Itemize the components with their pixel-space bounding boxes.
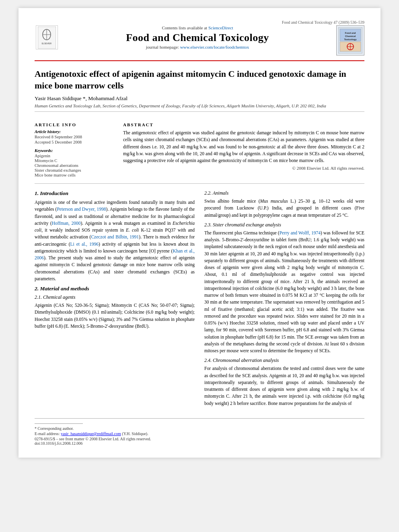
chromosomal-title: 2.4. Chromosomal aberration analysis: [204, 357, 364, 364]
ref-perry[interactable]: Perry and Wolff, 1974: [280, 230, 321, 235]
page: Food and Chemical Toxicology 47 (2009) 5…: [19, 8, 380, 458]
animals-title: 2.2. Animals: [204, 190, 364, 196]
ref-peterson[interactable]: Peterson and Dwyer, 1998: [57, 207, 106, 212]
ref-hoffman[interactable]: Hoffman, 2000: [52, 221, 81, 226]
info-abstract-section: ARTICLE INFO Article history: Received 8…: [35, 122, 364, 178]
accepted-date: Accepted 5 December 2008: [35, 140, 115, 144]
svg-text:Toxicology: Toxicology: [344, 38, 357, 41]
corresponding-note: * Corresponding author.: [35, 426, 364, 431]
svg-text:Chemical: Chemical: [345, 35, 356, 37]
col-right: 2.2. Animals Swiss albino female mice (M…: [204, 190, 364, 410]
journal-title: Food and Chemical Toxicology: [59, 32, 336, 44]
abstract-text: The antigenotoxic effect of apigenin was…: [123, 129, 364, 164]
keyword-4: Sister chromatid exchanges: [35, 168, 115, 173]
divider: [35, 111, 364, 112]
authors: Yasir Hasan Siddique *, Mohammad Afzal: [35, 95, 364, 102]
email-link[interactable]: yasir_hasansiddique@rediffmail.com: [61, 431, 121, 436]
two-col-layout: 1. Introduction Apigenin is one of the s…: [35, 190, 364, 410]
journal-top-center: Contents lists available at ScienceDirec…: [59, 25, 336, 49]
copyright-line: 0278-6915/$ – see front matter © 2008 El…: [35, 437, 364, 441]
doi-line: doi:10.1016/j.fct.2008.12.006: [35, 441, 364, 446]
sciencedirect-link[interactable]: ScienceDirect: [208, 25, 233, 30]
keywords-label: Keywords:: [35, 148, 115, 153]
homepage-link[interactable]: www.elsevier.com/locate/foodchemtox: [180, 45, 249, 49]
svg-text:Food and: Food and: [345, 32, 356, 34]
keywords-section: Keywords: Apigenin Mitomycin C Chromosom…: [35, 148, 115, 177]
contents-link: Contents lists available at ScienceDirec…: [59, 25, 336, 30]
journal-header: Food and Chemical Toxicology 47 (2009) 5…: [35, 20, 364, 61]
highlighted-and: and: [188, 228, 195, 232]
article-title: Antigenotoxic effect of apigenin against…: [35, 68, 364, 91]
ref-li[interactable]: Li et al., 1996: [70, 242, 99, 246]
journal-top-bar: ELSEVIER Contents lists available at Sci…: [35, 25, 364, 55]
sce-text: The fluorescent plus Giemsa technique (P…: [204, 230, 364, 355]
col-left: 1. Introduction Apigenin is one of the s…: [35, 190, 195, 410]
footer: * Corresponding author. E-mail address: …: [35, 418, 364, 446]
intro-title: 1. Introduction: [35, 190, 195, 197]
keyword-3: Chromosomal aberrations: [35, 163, 115, 168]
animals-text: Swiss albino female mice (Mus musculus L…: [204, 198, 364, 219]
chemical-agents-text: Apigenin (CAS No; 520-36-5; Sigma); Mito…: [35, 302, 195, 330]
ref-khan[interactable]: Khan et al., 2006: [35, 249, 195, 260]
chromosomal-text: For analysis of chromosomal aberrations …: [204, 365, 364, 407]
affiliation: Human Genetics and Toxicology Lab, Secti…: [35, 103, 364, 108]
section-divider: [35, 183, 364, 184]
methods-title: 2. Material and methods: [35, 286, 195, 292]
svg-text:ELSEVIER: ELSEVIER: [41, 42, 51, 45]
elsevier-logo-box: ELSEVIER: [36, 25, 58, 49]
abstract-copyright: © 2008 Elsevier Ltd. All rights reserved…: [123, 166, 364, 170]
article-info-heading: ARTICLE INFO: [35, 122, 115, 127]
chemical-agents-title: 2.1. Chemical agents: [35, 294, 195, 300]
sce-title: 2.3. Sister chromatid exchange analysis: [204, 222, 364, 228]
keyword-5: Mice bone marrow cells: [35, 173, 115, 177]
footnote-separator: [35, 423, 83, 424]
ref-czeczot[interactable]: Czeczot and Bilbin, 1991: [91, 234, 139, 239]
article-title-section: Antigenotoxic effect of apigenin against…: [35, 68, 364, 118]
elsevier-logo: ELSEVIER: [35, 25, 59, 49]
abstract-section: ABSTRACT The antigenotoxic effect of api…: [123, 122, 364, 178]
journal-citation: Food and Chemical Toxicology 47 (2009) 5…: [35, 20, 364, 25]
received-date: Received 8 September 2008: [35, 135, 115, 139]
body-section: 1. Introduction Apigenin is one of the s…: [35, 190, 364, 410]
intro-text: Apigenin is one of the several active in…: [35, 199, 195, 282]
keyword-1: Apigenin: [35, 154, 115, 158]
article-history-label: Article history:: [35, 129, 115, 134]
keyword-2: Mitomycin C: [35, 158, 115, 163]
article-info: ARTICLE INFO Article history: Received 8…: [35, 122, 115, 178]
journal-homepage: journal homepage: www.elsevier.com/locat…: [59, 45, 336, 49]
abstract-heading: ABSTRACT: [123, 122, 364, 127]
email-footnote: E-mail address: yasir_hasansiddique@redi…: [35, 431, 364, 436]
journal-logo-right: Food and Chemical Toxicology: [336, 25, 364, 55]
